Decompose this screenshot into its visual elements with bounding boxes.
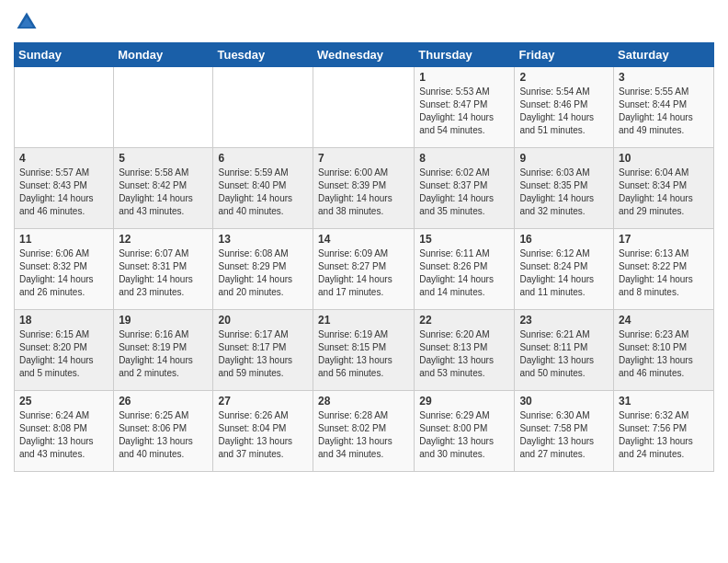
day-number: 30 (519, 395, 609, 408)
day-number: 26 (119, 395, 208, 408)
day-number: 2 (519, 71, 609, 84)
calendar-cell: 18Sunrise: 6:15 AM Sunset: 8:20 PM Dayli… (15, 310, 114, 391)
header-day-monday: Monday (114, 43, 213, 67)
calendar-cell: 14Sunrise: 6:09 AM Sunset: 8:27 PM Dayli… (313, 229, 415, 310)
calendar-cell: 13Sunrise: 6:08 AM Sunset: 8:29 PM Dayli… (213, 229, 313, 310)
calendar-cell (313, 67, 415, 148)
day-info: Sunrise: 5:54 AM Sunset: 8:46 PM Dayligh… (519, 86, 609, 137)
day-info: Sunrise: 6:02 AM Sunset: 8:37 PM Dayligh… (419, 167, 509, 218)
day-number: 6 (218, 152, 308, 165)
day-number: 10 (619, 152, 709, 165)
day-info: Sunrise: 6:13 AM Sunset: 8:22 PM Dayligh… (619, 247, 709, 299)
day-number: 25 (19, 395, 108, 408)
day-number: 9 (519, 152, 609, 165)
day-number: 31 (619, 395, 709, 408)
day-info: Sunrise: 6:09 AM Sunset: 8:27 PM Dayligh… (318, 247, 409, 299)
calendar-table: SundayMondayTuesdayWednesdayThursdayFrid… (14, 42, 714, 472)
day-number: 7 (318, 152, 409, 165)
day-number: 5 (119, 152, 208, 165)
day-number: 21 (318, 314, 409, 327)
day-info: Sunrise: 6:00 AM Sunset: 8:39 PM Dayligh… (318, 167, 409, 218)
day-info: Sunrise: 6:08 AM Sunset: 8:29 PM Dayligh… (218, 247, 308, 299)
day-number: 4 (19, 152, 108, 165)
day-info: Sunrise: 6:19 AM Sunset: 8:15 PM Dayligh… (318, 328, 409, 380)
calendar-body: 1Sunrise: 5:53 AM Sunset: 8:47 PM Daylig… (15, 67, 714, 472)
header-day-tuesday: Tuesday (213, 43, 313, 67)
day-info: Sunrise: 6:11 AM Sunset: 8:26 PM Dayligh… (419, 247, 509, 299)
calendar-cell: 21Sunrise: 6:19 AM Sunset: 8:15 PM Dayli… (313, 310, 415, 391)
calendar-cell: 9Sunrise: 6:03 AM Sunset: 8:35 PM Daylig… (515, 148, 614, 229)
calendar-cell: 1Sunrise: 5:53 AM Sunset: 8:47 PM Daylig… (415, 67, 515, 148)
week-row-4: 25Sunrise: 6:24 AM Sunset: 8:08 PM Dayli… (15, 391, 714, 472)
day-info: Sunrise: 5:59 AM Sunset: 8:40 PM Dayligh… (218, 167, 308, 218)
day-number: 20 (218, 314, 308, 327)
week-row-1: 4Sunrise: 5:57 AM Sunset: 8:43 PM Daylig… (15, 148, 714, 229)
calendar-cell: 15Sunrise: 6:11 AM Sunset: 8:26 PM Dayli… (415, 229, 515, 310)
calendar-cell: 4Sunrise: 5:57 AM Sunset: 8:43 PM Daylig… (15, 148, 114, 229)
day-info: Sunrise: 6:28 AM Sunset: 8:02 PM Dayligh… (318, 409, 409, 461)
header-day-saturday: Saturday (614, 43, 714, 67)
calendar-cell: 30Sunrise: 6:30 AM Sunset: 7:58 PM Dayli… (515, 391, 614, 472)
header-row: SundayMondayTuesdayWednesdayThursdayFrid… (15, 43, 714, 67)
calendar-cell: 11Sunrise: 6:06 AM Sunset: 8:32 PM Dayli… (15, 229, 114, 310)
week-row-0: 1Sunrise: 5:53 AM Sunset: 8:47 PM Daylig… (15, 67, 714, 148)
day-info: Sunrise: 6:16 AM Sunset: 8:19 PM Dayligh… (119, 328, 208, 380)
calendar-cell: 22Sunrise: 6:20 AM Sunset: 8:13 PM Dayli… (415, 310, 515, 391)
day-number: 24 (619, 314, 709, 327)
calendar-cell (15, 67, 114, 148)
header-day-friday: Friday (515, 43, 614, 67)
week-row-3: 18Sunrise: 6:15 AM Sunset: 8:20 PM Dayli… (15, 310, 714, 391)
day-number: 27 (218, 395, 308, 408)
day-number: 1 (419, 71, 509, 84)
day-info: Sunrise: 6:06 AM Sunset: 8:32 PM Dayligh… (19, 247, 108, 299)
calendar-cell: 17Sunrise: 6:13 AM Sunset: 8:22 PM Dayli… (614, 229, 714, 310)
calendar-cell: 26Sunrise: 6:25 AM Sunset: 8:06 PM Dayli… (114, 391, 213, 472)
day-number: 18 (19, 314, 108, 327)
day-info: Sunrise: 6:23 AM Sunset: 8:10 PM Dayligh… (619, 328, 709, 380)
calendar-cell: 19Sunrise: 6:16 AM Sunset: 8:19 PM Dayli… (114, 310, 213, 391)
calendar-cell: 8Sunrise: 6:02 AM Sunset: 8:37 PM Daylig… (415, 148, 515, 229)
day-info: Sunrise: 6:25 AM Sunset: 8:06 PM Dayligh… (119, 409, 208, 461)
calendar-cell: 7Sunrise: 6:00 AM Sunset: 8:39 PM Daylig… (313, 148, 415, 229)
day-info: Sunrise: 6:07 AM Sunset: 8:31 PM Dayligh… (119, 247, 208, 299)
calendar-cell: 5Sunrise: 5:58 AM Sunset: 8:42 PM Daylig… (114, 148, 213, 229)
header-day-sunday: Sunday (15, 43, 114, 67)
day-info: Sunrise: 6:24 AM Sunset: 8:08 PM Dayligh… (19, 409, 108, 461)
day-number: 23 (519, 314, 609, 327)
logo-icon (14, 9, 40, 35)
day-number: 12 (119, 233, 208, 246)
calendar-cell (114, 67, 213, 148)
day-info: Sunrise: 5:58 AM Sunset: 8:42 PM Dayligh… (119, 167, 208, 218)
calendar-cell: 25Sunrise: 6:24 AM Sunset: 8:08 PM Dayli… (15, 391, 114, 472)
week-row-2: 11Sunrise: 6:06 AM Sunset: 8:32 PM Dayli… (15, 229, 714, 310)
day-info: Sunrise: 6:17 AM Sunset: 8:17 PM Dayligh… (218, 328, 308, 380)
calendar-cell: 16Sunrise: 6:12 AM Sunset: 8:24 PM Dayli… (515, 229, 614, 310)
header (14, 9, 714, 35)
calendar-cell: 2Sunrise: 5:54 AM Sunset: 8:46 PM Daylig… (515, 67, 614, 148)
day-number: 19 (119, 314, 208, 327)
day-number: 28 (318, 395, 409, 408)
day-info: Sunrise: 6:32 AM Sunset: 7:56 PM Dayligh… (619, 409, 709, 461)
day-info: Sunrise: 5:57 AM Sunset: 8:43 PM Dayligh… (19, 167, 108, 218)
day-info: Sunrise: 5:53 AM Sunset: 8:47 PM Dayligh… (419, 86, 509, 137)
calendar-cell (213, 67, 313, 148)
calendar-header: SundayMondayTuesdayWednesdayThursdayFrid… (15, 43, 714, 67)
day-info: Sunrise: 6:30 AM Sunset: 7:58 PM Dayligh… (519, 409, 609, 461)
day-number: 15 (419, 233, 509, 246)
calendar-cell: 20Sunrise: 6:17 AM Sunset: 8:17 PM Dayli… (213, 310, 313, 391)
day-number: 11 (19, 233, 108, 246)
calendar-cell: 6Sunrise: 5:59 AM Sunset: 8:40 PM Daylig… (213, 148, 313, 229)
day-number: 22 (419, 314, 509, 327)
header-day-wednesday: Wednesday (313, 43, 415, 67)
calendar-cell: 23Sunrise: 6:21 AM Sunset: 8:11 PM Dayli… (515, 310, 614, 391)
header-day-thursday: Thursday (415, 43, 515, 67)
calendar-cell: 12Sunrise: 6:07 AM Sunset: 8:31 PM Dayli… (114, 229, 213, 310)
day-info: Sunrise: 6:04 AM Sunset: 8:34 PM Dayligh… (619, 167, 709, 218)
logo (14, 9, 43, 35)
day-number: 8 (419, 152, 509, 165)
day-number: 16 (519, 233, 609, 246)
day-number: 29 (419, 395, 509, 408)
day-info: Sunrise: 6:12 AM Sunset: 8:24 PM Dayligh… (519, 247, 609, 299)
day-info: Sunrise: 6:26 AM Sunset: 8:04 PM Dayligh… (218, 409, 308, 461)
calendar-cell: 31Sunrise: 6:32 AM Sunset: 7:56 PM Dayli… (614, 391, 714, 472)
